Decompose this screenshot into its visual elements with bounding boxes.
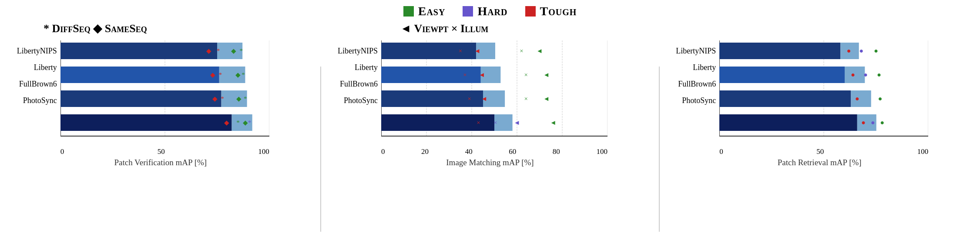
y-label-2-1: Liberty [338,59,378,76]
subtitle-diffseq-sameseq: * DiffSeq ◆ SameSeq [44,22,147,35]
bar-light-1-2 [221,90,247,107]
bar-dark-3-3 [719,114,857,131]
x-label-1-2: 100 [258,147,269,156]
y-labels-1: LibertyNIPS Liberty FullBrown6 PhotoSync [17,40,60,109]
main-container: Easy Hard Tough * DiffSeq ◆ SameSeq ◄ Vi… [0,0,980,240]
marker-2-2-3: ◄ [543,95,550,102]
chart-area-1: LibertyNIPS Liberty FullBrown6 PhotoSync [17,40,304,156]
marker-1-1-2: ◆ [235,71,241,78]
marker-1-3-2: ◆ [243,119,248,126]
x-label-2-4: 80 [553,147,560,156]
bars-svg-2: × ◄ × ◄ 50.38% × ◄ × ◄ 52.76% [381,40,607,145]
y-label-2-0: LibertyNIPS [338,43,378,59]
marker-2-2-0: × [468,95,471,102]
marker-1-3-1: * [236,119,240,126]
x-label-2-1: 20 [421,147,429,156]
y-label-2-2: FullBrown6 [338,76,378,92]
bars-svg-3: ● ● ● 66.82% ● ● ● 69.66% [719,40,928,145]
marker-2-3-2: ◄ [514,119,520,126]
chart-image-matching: LibertyNIPS Liberty FullBrown6 PhotoSync [329,40,651,167]
chart-patch-verification: LibertyNIPS Liberty FullBrown6 PhotoSync [8,40,313,167]
tough-color-icon [525,6,536,17]
marker-1-2-1: * [221,95,224,102]
bars-svg-1: ◆ * ◆ * 87.12% ◆ * ◆ * 88.43% [60,40,269,145]
y-label-2-3: PhotoSync [338,92,378,109]
marker-1-2-0: ◆ [212,95,218,102]
y-label-3-2: FullBrown6 [676,76,716,92]
marker-1-3-3: * [248,119,251,126]
marker-2-0-0: × [459,47,462,54]
x-label-1-1: 50 [158,147,165,156]
marker-1-3-0: ◆ [224,119,229,126]
marker-2-3-3: ◄ [550,119,557,126]
marker-3-0-1: ● [859,47,864,54]
x-axis-title-2: Image Matching mAP [%] [446,158,534,167]
marker-3-2-1: ● [878,95,883,102]
y-label-3-3: PhotoSync [676,92,716,109]
x-label-2-0: 0 [381,147,385,156]
chart-area-3: LibertyNIPS Liberty FullBrown6 PhotoSync [676,40,963,156]
bar-light-3-2 [851,90,871,107]
marker-2-2-1: ◄ [481,95,487,102]
marker-1-2-3: * [244,95,247,102]
subtitle-viewpt-illum: ◄ Viewpt × Illum [400,22,489,35]
bar-dark-1-1 [60,67,219,83]
subtitle-right: ◄ Viewpt × Illum [348,22,677,35]
charts-row: LibertyNIPS Liberty FullBrown6 PhotoSync [0,40,980,232]
hard-color-icon [463,6,473,17]
marker-2-3-1: × [493,119,497,126]
marker-2-0-1: ◄ [474,47,481,54]
y-label-1-0: LibertyNIPS [17,43,57,59]
marker-2-1-1: ◄ [479,71,485,78]
marker-2-1-0: × [463,71,467,78]
legend-hard: Hard [463,4,507,18]
marker-1-0-3: * [239,47,243,54]
x-label-3-1: 50 [816,147,824,156]
bar-light-1-0 [217,43,242,59]
x-label-2-2: 40 [465,147,473,156]
marker-1-2-2: ◆ [236,95,242,102]
bar-dark-1-3 [60,114,232,131]
marker-1-0-1: * [216,47,220,54]
x-axis-labels-2: 0 20 40 60 80 100 [381,147,607,156]
x-axis-labels-3: 0 50 100 [719,147,928,156]
x-axis-labels-1: 0 50 100 [60,147,269,156]
x-axis-title-3: Patch Retrieval mAP [%] [778,158,862,167]
bar-dark-1-2 [60,90,222,107]
bar-dark-1-0 [60,43,217,59]
marker-3-3-1: ● [871,119,875,126]
marker-3-3-2: ● [880,119,885,126]
y-label-1-2: FullBrown6 [17,76,57,92]
y-label-1-1: Liberty [17,59,57,76]
legend-easy: Easy [403,4,446,18]
legend: Easy Hard Tough [403,4,577,18]
subtitle-row: * DiffSeq ◆ SameSeq ◄ Viewpt × Illum [0,22,980,35]
marker-2-0-3: ◄ [537,47,543,54]
marker-3-1-1: ● [863,71,868,78]
marker-1-0-0: ◆ [206,47,211,54]
y-labels-3: LibertyNIPS Liberty FullBrown6 PhotoSync [676,40,719,109]
divider-1 [320,67,321,232]
bar-dark-3-2 [719,90,851,107]
easy-color-icon [403,6,414,17]
y-label-3-1: Liberty [676,59,716,76]
x-label-3-2: 100 [917,147,929,156]
marker-1-1-1: * [218,71,222,78]
marker-3-3-0: ● [862,119,866,126]
marker-1-1-3: * [242,71,245,78]
x-label-2-5: 100 [596,147,607,156]
marker-2-1-2: × [524,71,528,78]
x-label-1-0: 0 [60,147,64,156]
marker-3-2-0: ● [855,95,859,102]
marker-1-0-2: ◆ [231,47,236,54]
x-label-2-3: 60 [509,147,516,156]
marker-1-1-0: ◆ [210,71,215,78]
chart-patch-retrieval: LibertyNIPS Liberty FullBrown6 PhotoSync [667,40,972,167]
x-label-3-0: 0 [719,147,723,156]
bar-dark-3-1 [719,67,845,83]
marker-3-1-2: ● [877,71,882,78]
legend-tough: Tough [525,4,577,18]
marker-2-1-3: ◄ [543,71,550,78]
marker-2-0-2: × [520,47,523,54]
divider-2 [659,67,660,232]
